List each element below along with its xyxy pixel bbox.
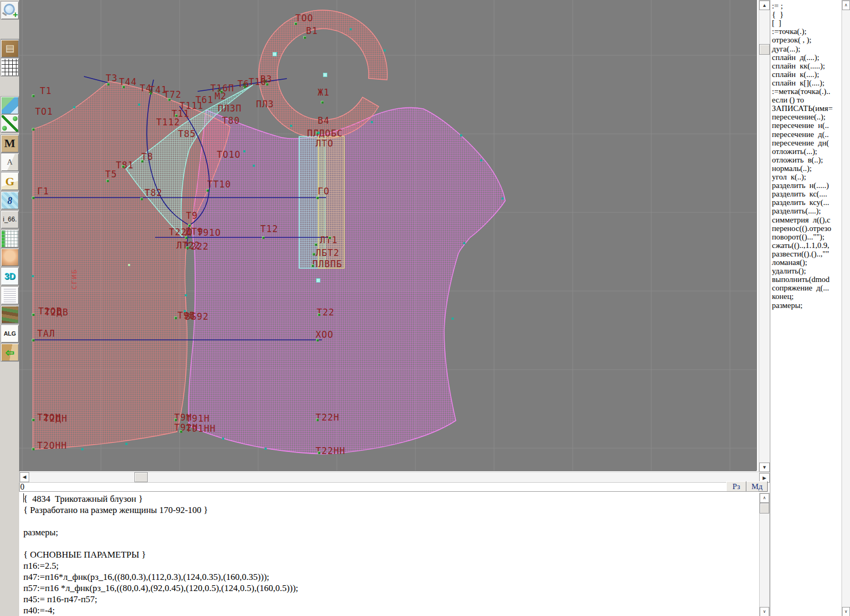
ruler-8-icon[interactable]: 8 <box>1 191 19 210</box>
command-item[interactable]: разделить н(.....) <box>772 182 829 190</box>
point-marker[interactable] <box>328 236 331 239</box>
command-item[interactable]: сжать(()..,1.1,0.9, <box>772 242 829 250</box>
command-item[interactable]: разделить ксу(... <box>772 199 829 207</box>
point-marker[interactable] <box>168 98 171 101</box>
g-sheet-icon[interactable]: G <box>1 172 19 191</box>
code-editor[interactable]: { 4834 Трикотажный блузон }{ Разработано… <box>19 491 759 616</box>
command-item[interactable]: сплайн кк(.....); <box>772 62 825 70</box>
point-marker[interactable] <box>311 264 314 267</box>
canvas-hscrollbar[interactable] <box>19 472 760 483</box>
md-button[interactable]: Мд <box>746 481 768 492</box>
command-item[interactable]: размеры; <box>772 302 803 310</box>
point-marker[interactable] <box>316 196 319 199</box>
point-marker[interactable] <box>185 236 188 239</box>
point-marker[interactable] <box>316 339 319 341</box>
point-marker[interactable] <box>32 128 35 131</box>
point-marker[interactable] <box>32 339 35 341</box>
view-pattern-icon[interactable]: ▤ <box>1 39 19 58</box>
code-vscroll-thumb[interactable] <box>760 503 769 514</box>
point-marker[interactable] <box>188 224 191 227</box>
point-marker[interactable] <box>141 160 143 162</box>
command-item[interactable]: дуга(...); <box>772 45 800 53</box>
panel-scroll-up-button[interactable]: ∧ <box>842 1 850 10</box>
command-item[interactable]: сопряжение д(... <box>772 284 829 292</box>
command-item[interactable]: пересечение(..); <box>772 113 826 121</box>
pattern-m-icon[interactable]: M <box>1 134 19 153</box>
canvas-scroll-left-button[interactable]: ◀ <box>20 472 29 482</box>
point-marker[interactable] <box>318 451 320 454</box>
command-item[interactable]: сплайн к[](....); <box>772 79 824 87</box>
command-item[interactable]: ломаная(); <box>772 259 808 267</box>
point-marker[interactable] <box>32 448 35 450</box>
panel-scroll-down-button[interactable]: ∨ <box>842 607 850 616</box>
command-item[interactable]: [ ] <box>772 19 781 27</box>
command-item[interactable]: пересечение дн( <box>772 139 829 147</box>
command-item[interactable]: удалить(); <box>772 267 806 275</box>
canvas-vscrollbar[interactable] <box>759 0 770 473</box>
point-marker[interactable] <box>303 36 306 39</box>
command-item[interactable]: поворот(()...""); <box>772 233 824 241</box>
canvas-vscroll-thumb[interactable] <box>759 44 770 55</box>
code-scroll-down-button[interactable]: ∨ <box>760 607 769 616</box>
books-icon[interactable] <box>1 305 19 324</box>
command-item[interactable]: отложить в(..); <box>772 156 823 164</box>
point-marker[interactable] <box>106 179 109 182</box>
command-item[interactable]: если () то <box>772 96 804 104</box>
point-marker[interactable] <box>318 313 320 316</box>
point-marker[interactable] <box>294 22 297 25</box>
point-marker[interactable] <box>107 83 109 85</box>
command-item[interactable]: сплайн к(....); <box>772 71 819 79</box>
command-item[interactable]: пересечение д(.. <box>772 131 829 139</box>
command-item[interactable]: симметрия л((),с <box>772 216 830 224</box>
back-pattern-piece[interactable] <box>189 107 505 454</box>
drawing-canvas[interactable]: ТООВ1Т16В3Т6Т16ПМ2Т61ПЛЗЖ1В4ПЛДОБСЛТОТ1Т… <box>19 0 756 471</box>
panel-vscrollbar[interactable] <box>842 0 850 616</box>
portrait-icon[interactable] <box>1 248 19 267</box>
document-list-icon[interactable] <box>1 286 19 305</box>
3d-icon[interactable]: 3D <box>1 267 19 286</box>
canvas-scroll-up-button[interactable]: ▲ <box>759 1 770 10</box>
point-marker[interactable] <box>122 85 125 88</box>
canvas-hscroll-thumb[interactable] <box>134 472 148 482</box>
command-item[interactable]: нормаль(..); <box>772 165 812 173</box>
point-marker[interactable] <box>32 196 35 199</box>
point-marker[interactable] <box>140 198 143 200</box>
point-marker[interactable] <box>186 246 189 249</box>
command-item[interactable]: :=точка(.); <box>772 28 806 36</box>
point-marker[interactable] <box>32 95 35 97</box>
exit-book-icon[interactable]: ⇦ <box>1 343 19 362</box>
command-item[interactable]: отрезок( , ); <box>772 36 811 44</box>
command-item[interactable]: разделить кс(.... <box>772 190 827 198</box>
alg-icon[interactable]: ALG <box>1 324 19 343</box>
yellow-strip-piece[interactable] <box>318 136 344 268</box>
command-item[interactable]: выполнить(dmod <box>772 276 830 284</box>
command-item[interactable]: разделить(....); <box>772 207 821 215</box>
i66-label-button[interactable]: i_66. <box>1 210 19 229</box>
grid-icon[interactable] <box>1 58 19 76</box>
point-marker[interactable] <box>180 430 182 433</box>
point-marker[interactable] <box>174 316 177 319</box>
command-item[interactable]: { } <box>772 11 784 19</box>
command-item[interactable]: конец; <box>772 293 794 301</box>
point-marker[interactable] <box>32 313 35 316</box>
segment-tool-icon[interactable] <box>1 114 19 133</box>
point-marker[interactable] <box>321 101 324 104</box>
point-marker[interactable] <box>316 418 319 421</box>
point-marker[interactable] <box>32 418 35 421</box>
command-item[interactable]: развести(().()..,"" <box>772 250 829 258</box>
rz-button[interactable]: Рз <box>726 481 746 492</box>
command-item[interactable]: перенос(().отрезо <box>772 225 831 233</box>
code-scroll-up-button[interactable]: ∧ <box>760 493 769 503</box>
table-chart-icon[interactable] <box>1 229 19 248</box>
command-item[interactable]: ЗАПИСАТЬ(имя= <box>772 105 832 113</box>
point-marker[interactable] <box>122 165 124 168</box>
point-marker[interactable] <box>175 114 177 117</box>
command-item[interactable]: пересечение н(.. <box>772 122 829 130</box>
command-item[interactable]: сплайн д(....); <box>772 54 819 62</box>
command-item[interactable]: := ; <box>772 2 783 10</box>
map-icon[interactable] <box>1 96 19 115</box>
point-marker[interactable] <box>312 253 315 255</box>
point-marker[interactable] <box>174 418 177 421</box>
command-item[interactable]: отложить(...); <box>772 148 817 156</box>
point-marker[interactable] <box>262 236 265 239</box>
